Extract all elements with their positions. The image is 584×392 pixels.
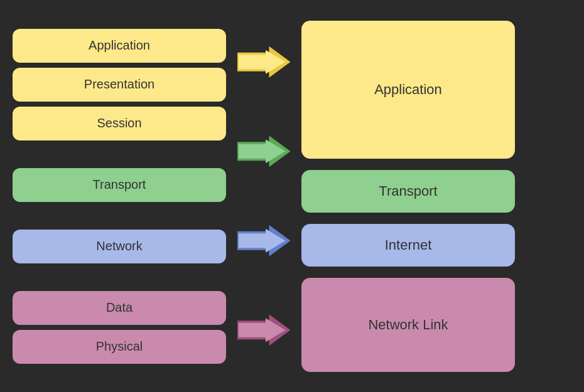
yellow-arrow-container [226,46,301,78]
presentation-layer-box: Presentation [13,68,226,102]
left-column: Application Presentation Session Transpo… [13,11,226,381]
osi-diagram: Application Presentation Session Transpo… [13,11,571,381]
session-layer-label: Session [97,116,141,130]
presentation-layer-label: Presentation [84,77,154,92]
session-layer-box: Session [13,107,226,140]
networklink-tcpip-box: Network Link [301,278,515,372]
yellow-arrow [237,46,291,78]
blue-arrow [237,225,291,257]
network-layer-box: Network [13,230,226,263]
blue-group-left: Network [13,230,226,263]
transport-layer-label: Transport [93,177,146,192]
internet-tcpip-label: Internet [385,237,432,253]
application-tcpip-label: Application [374,82,442,98]
middle-column [226,11,301,381]
pink-arrow-container [226,314,301,346]
right-column: Application Transport Internet Network L… [301,11,515,381]
blue-arrow-container [226,225,301,257]
pink-group-left: Data Physical [13,291,226,364]
physical-layer-box: Physical [13,330,226,364]
pink-arrow [237,314,291,346]
data-layer-label: Data [106,300,132,315]
application-layer-label: Application [89,38,150,53]
yellow-group-left: Application Presentation Session [13,29,226,140]
transport-tcpip-box: Transport [301,170,515,213]
green-arrow [237,135,291,167]
internet-tcpip-box: Internet [301,224,515,267]
green-group-left: Transport [13,168,226,202]
data-layer-box: Data [13,291,226,325]
application-tcpip-box: Application [301,21,515,159]
application-layer-box: Application [13,29,226,63]
transport-layer-box: Transport [13,168,226,202]
networklink-tcpip-label: Network Link [368,317,448,333]
green-arrow-container [226,135,301,167]
network-layer-label: Network [96,239,142,253]
physical-layer-label: Physical [96,339,143,354]
transport-tcpip-label: Transport [379,183,437,199]
